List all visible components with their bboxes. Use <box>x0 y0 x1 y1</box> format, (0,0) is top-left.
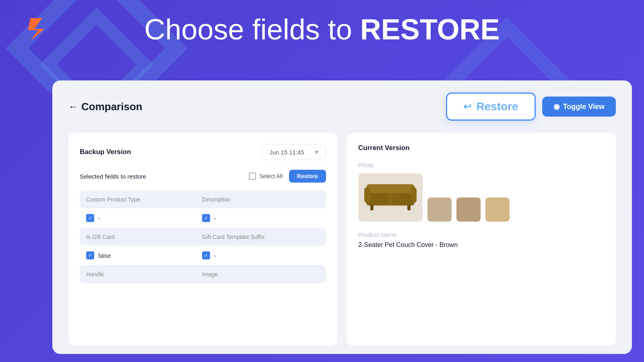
col-image: Image <box>196 265 326 284</box>
photo-container <box>358 173 605 222</box>
page-title: Choose fields to RESTORE <box>0 12 644 47</box>
product-name-value: 2-Seater Pet Couch Cover - Brown <box>358 241 605 249</box>
fields-table: Custom Product Type Description ✓ - <box>80 191 326 283</box>
table-cell: ✓ false <box>80 246 196 265</box>
right-panel: Current Version Photo <box>347 133 616 346</box>
svg-rect-5 <box>364 187 370 203</box>
comparison-title: Comparison <box>81 101 142 113</box>
restore-main-button[interactable]: ↩ Restore <box>446 93 535 121</box>
select-all-group: Select All Restore <box>249 170 326 183</box>
svg-rect-4 <box>366 184 415 193</box>
table-cell: ✓ - <box>196 208 326 228</box>
table-row: ✓ - ✓ - <box>80 208 326 228</box>
back-arrow-icon: ← <box>68 101 78 112</box>
toggle-icon: ◉ <box>553 102 560 111</box>
restore-small-button[interactable]: Restore <box>289 170 326 183</box>
toggle-view-button[interactable]: ◉ Toggle View <box>542 97 616 117</box>
col-custom-product-type: Custom Product Type <box>80 191 196 208</box>
table-header-row: Is Gift Card Gift Card Template Suffix <box>80 228 326 246</box>
content-grid: Backup Version Jun 15 11:45 ▾ Selected f… <box>68 133 616 346</box>
table-cell: ✓ - <box>80 208 196 228</box>
header-buttons: ↩ Restore ◉ Toggle View <box>446 93 616 121</box>
product-thumb-2 <box>456 197 481 222</box>
product-main-photo <box>358 173 423 222</box>
table-cell: ✓ - <box>196 246 326 265</box>
col-handle: Handle <box>80 265 196 284</box>
col-gift-card-template: Gift Card Template Suffix <box>196 228 326 246</box>
product-thumb-1 <box>427 197 452 222</box>
product-name-label: Product Name <box>358 231 605 238</box>
main-card: ← Comparison ↩ Restore ◉ Toggle View Bac… <box>52 80 632 354</box>
backup-version-row: Backup Version Jun 15 11:45 ▾ <box>80 144 326 160</box>
current-version-label: Current Version <box>358 144 605 152</box>
svg-rect-6 <box>411 187 417 203</box>
back-link[interactable]: ← Comparison <box>68 101 142 113</box>
table-header-row: Custom Product Type Description <box>80 191 326 208</box>
svg-rect-8 <box>407 205 411 210</box>
version-select[interactable]: Jun 15 11:45 ▾ <box>262 144 326 160</box>
select-all-checkbox[interactable]: Select All <box>249 173 283 180</box>
restore-icon: ↩ <box>463 101 471 112</box>
table-row: ✓ false ✓ - <box>80 246 326 265</box>
selected-fields-label: Selected fields to restore <box>80 173 146 180</box>
checkbox-checked-icon[interactable]: ✓ <box>86 251 94 259</box>
col-description: Description <box>196 191 326 208</box>
checkbox-checked-icon[interactable]: ✓ <box>86 214 94 222</box>
checkbox-checked-icon[interactable]: ✓ <box>202 251 210 259</box>
table-header-row: Handle Image <box>80 265 326 284</box>
left-panel: Backup Version Jun 15 11:45 ▾ Selected f… <box>68 133 337 346</box>
product-thumb-3 <box>485 197 510 222</box>
selected-fields-row: Selected fields to restore Select All Re… <box>80 170 326 183</box>
photo-label: Photo <box>358 162 605 169</box>
col-is-gift-card: Is Gift Card <box>80 228 196 246</box>
card-header: ← Comparison ↩ Restore ◉ Toggle View <box>68 93 616 121</box>
checkbox-checked-icon[interactable]: ✓ <box>202 214 210 222</box>
chevron-down-icon: ▾ <box>315 148 318 156</box>
svg-rect-7 <box>370 205 374 210</box>
checkbox-empty-icon <box>249 173 256 180</box>
backup-version-label: Backup Version <box>80 148 131 156</box>
version-value: Jun 15 11:45 <box>269 149 304 156</box>
